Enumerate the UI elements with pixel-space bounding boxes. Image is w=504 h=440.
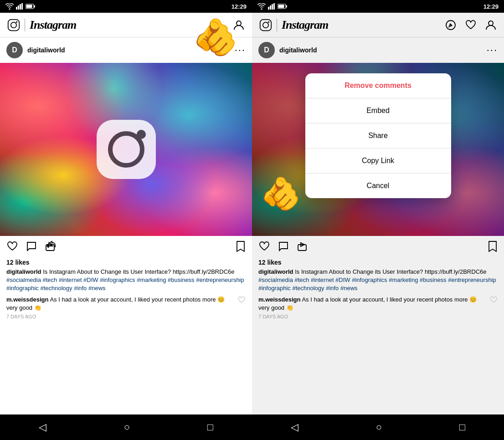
- time-ago-left: 7 DAYS AGO: [6, 314, 246, 319]
- signal-icon-right: [268, 3, 275, 10]
- svg-rect-7: [8, 19, 20, 31]
- svg-rect-6: [34, 5, 36, 8]
- post-actions-right: [252, 236, 504, 257]
- svg-rect-17: [272, 4, 273, 10]
- compass-icon-right[interactable]: [445, 19, 457, 31]
- modal-overlay[interactable]: 🫵 Remove comments Embed Share Copy Link …: [252, 63, 504, 236]
- likes-right: 12 likes: [258, 259, 498, 266]
- share-icon-right[interactable]: [297, 240, 309, 252]
- action-sheet: Remove comments Embed Share Copy Link Ca…: [305, 73, 451, 198]
- action-icons-left: [6, 240, 236, 252]
- share-icon-left[interactable]: [45, 240, 57, 252]
- signal-icon: [16, 3, 23, 10]
- caption-username-right[interactable]: digitaliworld: [258, 268, 293, 275]
- post-image-content-left: [0, 63, 252, 236]
- more-options-right[interactable]: ···: [487, 44, 498, 56]
- time-ago-right: 7 DAYS AGO: [258, 314, 498, 319]
- profile-icon-right[interactable]: [485, 19, 497, 31]
- like-icon-left[interactable]: [6, 240, 18, 252]
- caption-right: digitaliworld Is Instagram About to Chan…: [258, 268, 498, 293]
- commenter-left[interactable]: m.weissdesign: [6, 296, 48, 303]
- likes-left: 12 likes: [6, 259, 246, 266]
- caption-body-right: Is Instagram About to Change its User In…: [258, 268, 496, 292]
- svg-rect-11: [97, 120, 156, 179]
- action-sheet-copy-link[interactable]: Copy Link: [305, 148, 451, 174]
- battery-icon-right: [278, 4, 288, 9]
- comment-icon-left[interactable]: [26, 240, 37, 252]
- nav-bar-left: ◁ ○ □: [0, 414, 252, 440]
- like-comment-icon-right[interactable]: [489, 296, 498, 304]
- left-phone-panel: 12:29 Instagram 🫵 D digitaliworld ···: [0, 0, 252, 440]
- nav-recent-left[interactable]: □: [207, 421, 213, 433]
- header-icons-right: [445, 19, 497, 31]
- svg-point-9: [16, 21, 17, 22]
- more-options-left[interactable]: ···: [235, 44, 246, 56]
- username-left[interactable]: digitaliworld: [27, 46, 235, 54]
- avatar-right: D: [258, 42, 275, 58]
- action-sheet-title: Remove comments: [305, 73, 451, 98]
- ig-center-logo-left: [90, 113, 163, 186]
- svg-rect-3: [21, 3, 23, 10]
- svg-point-27: [489, 21, 493, 26]
- bookmark-icon-left[interactable]: [236, 240, 246, 252]
- nav-bar-right: ◁ ○ □: [252, 414, 504, 440]
- svg-rect-22: [260, 19, 272, 31]
- heart-nav-icon-right[interactable]: [465, 19, 477, 31]
- action-sheet-share[interactable]: Share: [305, 123, 451, 148]
- commenter-right[interactable]: m.weissdesign: [258, 296, 300, 303]
- profile-icon-left[interactable]: [233, 19, 245, 31]
- username-right[interactable]: digitaliworld: [279, 46, 487, 54]
- svg-rect-21: [286, 5, 288, 8]
- nav-home-right[interactable]: ○: [376, 421, 382, 433]
- svg-point-8: [11, 22, 16, 27]
- comment-right: m.weissdesign As I had a look at your ac…: [258, 296, 498, 312]
- nav-recent-right[interactable]: □: [459, 421, 465, 433]
- svg-rect-15: [268, 7, 269, 10]
- caption-left: digitaliworld Is Instagram About to Chan…: [6, 268, 246, 293]
- ig-wordmark-left: Instagram: [30, 18, 233, 32]
- nav-back-right[interactable]: ◁: [291, 421, 298, 433]
- svg-rect-0: [16, 7, 17, 10]
- post-actions-left: [0, 236, 252, 257]
- ig-header-left: Instagram 🫵: [0, 13, 252, 37]
- svg-rect-16: [270, 5, 271, 10]
- svg-point-13: [137, 130, 146, 139]
- like-icon-right[interactable]: [258, 240, 270, 252]
- svg-rect-2: [20, 4, 21, 10]
- bookmark-icon-right[interactable]: [488, 240, 498, 252]
- svg-rect-1: [18, 5, 19, 10]
- post-header-right: D digitaliworld ···: [252, 37, 504, 63]
- action-sheet-embed[interactable]: Embed: [305, 98, 451, 123]
- like-comment-icon-left[interactable]: [237, 296, 246, 304]
- caption-body-left: Is Instagram About to Change its User In…: [6, 268, 244, 292]
- post-content-left: 12 likes digitaliworld Is Instagram Abou…: [0, 257, 252, 414]
- svg-point-10: [237, 21, 241, 26]
- post-content-right: 12 likes digitaliworld Is Instagram Abou…: [252, 257, 504, 414]
- post-image-left: [0, 63, 252, 236]
- comment-left: m.weissdesign As I had a look at your ac…: [6, 296, 246, 312]
- instagram-logo-icon-right: [259, 19, 272, 31]
- comment-text-left: m.weissdesign As I had a look at your ac…: [6, 296, 237, 312]
- post-image-right: 🫵 Remove comments Embed Share Copy Link …: [252, 63, 504, 236]
- status-icons-left: [5, 3, 36, 10]
- caption-username-left[interactable]: digitaliworld: [6, 268, 41, 275]
- action-sheet-cancel[interactable]: Cancel: [305, 174, 451, 198]
- instagram-logo-icon-left: [7, 19, 20, 31]
- comment-icon-right[interactable]: [278, 240, 289, 252]
- ig-header-right: Instagram: [252, 13, 504, 37]
- svg-point-23: [263, 22, 268, 27]
- status-bar-right: 12:29: [252, 0, 504, 13]
- status-time-left: 12:29: [231, 3, 247, 10]
- ig-wordmark-right: Instagram: [282, 18, 445, 32]
- post-header-left: D digitaliworld ···: [0, 37, 252, 63]
- right-phone-panel: 12:29 Instagram: [252, 0, 504, 440]
- svg-rect-20: [278, 5, 284, 8]
- header-divider-right: [277, 19, 277, 31]
- comment-text-right: m.weissdesign As I had a look at your ac…: [258, 296, 489, 312]
- nav-home-left[interactable]: ○: [124, 421, 130, 433]
- status-icons-right: [257, 3, 288, 10]
- svg-rect-5: [26, 5, 32, 8]
- svg-point-26: [450, 24, 452, 26]
- nav-back-left[interactable]: ◁: [39, 421, 46, 433]
- avatar-left: D: [6, 42, 23, 58]
